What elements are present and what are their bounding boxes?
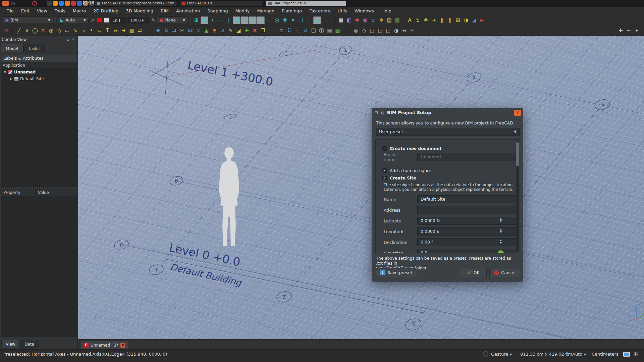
snap-working-plane-icon[interactable]: ╱	[241, 16, 249, 24]
view-fit-icon[interactable]: ◎	[352, 27, 360, 35]
draft-facebinder-icon[interactable]: ▱	[96, 27, 103, 35]
snap-extension-icon[interactable]: ⊿	[249, 16, 257, 24]
draft-subelement-icon[interactable]: ◪	[235, 27, 243, 35]
spinner-arrows-icon[interactable]: ▲▼	[119, 18, 120, 22]
level1-label[interactable]: Level 1 +300.0	[186, 58, 274, 89]
snap-intersection-icon[interactable]: ∴	[265, 16, 273, 24]
create-site-checkbox[interactable]: ✔	[382, 176, 387, 180]
freecad-launcher-icon[interactable]	[71, 1, 76, 6]
toolbar-overflow-icon[interactable]: ▾	[633, 27, 641, 35]
tab-view[interactable]: View	[1, 340, 19, 348]
add-human-row[interactable]: ✔ Add a human figure	[382, 168, 431, 173]
view-measure-icon[interactable]: ↔	[400, 27, 408, 35]
blender-launcher-icon[interactable]	[65, 1, 70, 6]
address-input[interactable]	[417, 206, 518, 214]
tab-tasks[interactable]: Tasks	[23, 44, 45, 52]
menu-item-10[interactable]: Modify	[231, 8, 253, 13]
browser-launcher-icon[interactable]	[59, 1, 64, 6]
snap-grid-icon[interactable]: ⊞	[193, 16, 200, 24]
column-property[interactable]: Property	[1, 189, 36, 196]
3d-scene[interactable]: Level 1 +300.0 Level 0 +0.0 Default Buil…	[78, 36, 644, 339]
grid-bubble-3-top[interactable]: 3	[594, 98, 611, 112]
collapse-arrow-icon[interactable]: ▶	[9, 77, 13, 81]
snap-midpoint-icon[interactable]: ⋯	[217, 16, 224, 24]
dialog-scroll-area[interactable]: Create new document Project name Unnamed…	[375, 139, 520, 253]
snap-ortho-icon[interactable]: ∟	[305, 16, 313, 24]
menu-item-7[interactable]: BIM	[157, 8, 172, 13]
snap-parallel-icon[interactable]: ∥	[225, 16, 232, 24]
taskbar-window-freecad[interactable]: FreeCAD 0.18	[179, 1, 263, 6]
grid-bubble-2-bottom[interactable]: 2	[275, 290, 293, 304]
scrollbar-thumb[interactable]	[516, 142, 519, 166]
snap-special-icon[interactable]: ✕	[289, 16, 297, 24]
menu-item-2[interactable]: View	[33, 8, 51, 13]
view-section-icon[interactable]: ◑	[392, 27, 400, 35]
draft-delpoint-icon[interactable]: ✖	[251, 27, 259, 35]
draft-mirror-icon[interactable]: ⇄	[136, 27, 144, 35]
name-input[interactable]: Default Site	[417, 195, 518, 203]
menu-item-15[interactable]: Windows	[351, 8, 378, 13]
longitude-input[interactable]: 0.0000 E	[417, 227, 518, 236]
bim-report-icon[interactable]: ▥	[393, 16, 401, 24]
close-panel-icon[interactable]: ✕	[71, 37, 75, 42]
draft-rotate-icon[interactable]: ↻	[162, 27, 170, 35]
autogroup-selector[interactable]: ● None ▼	[157, 16, 188, 24]
dialog-titlebar[interactable]: ⌂ BIM Project Setup ✕	[372, 108, 523, 117]
draft-polygon-icon[interactable]: ◇	[55, 27, 63, 35]
view-axonometric-icon[interactable]: ◇	[360, 27, 368, 35]
draft-clone-icon[interactable]: ❐	[259, 27, 267, 35]
darktable-launcher-icon[interactable]	[77, 1, 82, 6]
grid-bubble-b[interactable]: B	[169, 175, 184, 187]
files-launcher-icon[interactable]	[53, 1, 58, 6]
3d-viewport[interactable]: Level 1 +300.0 Level 0 +0.0 Default Buil…	[78, 36, 644, 349]
menu-item-11[interactable]: Manage	[253, 8, 278, 13]
latitude-input[interactable]: 0.0000 N	[417, 217, 518, 225]
grid-toggle-icon[interactable]: ⊞	[633, 351, 638, 357]
column-value[interactable]: Value	[36, 189, 49, 196]
user-preset-dropdown[interactable]: User preset... ▼	[376, 128, 520, 136]
line-width-spinner[interactable]: 1p ▲▼	[111, 17, 126, 23]
menu-item-4[interactable]: Macro	[69, 8, 90, 13]
spinner-arrows-icon[interactable]: ▲▼	[500, 217, 502, 223]
bim-patharray-icon[interactable]: ⋱	[293, 27, 301, 35]
tab-data[interactable]: Data	[20, 340, 39, 348]
annotation-label-icon[interactable]: ➔	[430, 16, 438, 24]
menu-item-3[interactable]: Tools	[51, 8, 69, 13]
bim-sheet-icon[interactable]: ▧	[334, 27, 341, 35]
bim-group-icon[interactable]: ❏	[310, 27, 317, 35]
annotation-axis-icon[interactable]: ‖	[438, 16, 446, 24]
app-menu-icon[interactable]	[32, 1, 37, 6]
project-name-input[interactable]: Unnamed	[417, 153, 518, 161]
draft-point-icon[interactable]: •	[88, 27, 95, 35]
bim-people-icon[interactable]: ❖	[377, 16, 385, 24]
menu-item-12[interactable]: Flamingo	[278, 8, 306, 13]
draft-line-icon[interactable]: ╱	[15, 27, 23, 35]
taskbar-minimize-icon[interactable]	[11, 2, 15, 5]
draft-rectangle-icon[interactable]: ▭	[63, 27, 71, 35]
line-color-swatch[interactable]	[97, 18, 102, 23]
draft-split-icon[interactable]: ⋎	[195, 27, 202, 35]
spinner-arrows-icon[interactable]: ▲▼	[142, 18, 144, 22]
dialog-close-button[interactable]: ✕	[514, 110, 521, 116]
navigation-style-dropdown[interactable]: Gesture ▼	[491, 352, 512, 357]
create-new-document-checkbox[interactable]	[382, 146, 387, 151]
menu-item-5[interactable]: 2D Drafting	[90, 8, 122, 13]
snap-lock-icon[interactable]: ◉	[201, 16, 208, 24]
face-color-swatch[interactable]	[104, 18, 109, 23]
autogroup-icon[interactable]: ✎	[150, 17, 157, 23]
spinner-arrows-icon[interactable]: ▲▼	[500, 228, 502, 234]
draft-scale-icon[interactable]: ⊿	[219, 27, 226, 35]
draft-upgrade-icon[interactable]: ▲	[203, 27, 210, 35]
tab-model[interactable]: Model	[1, 44, 23, 52]
taskbar-close-button[interactable]: ✕	[2, 1, 9, 6]
menu-item-14[interactable]: Utils	[334, 8, 351, 13]
annotation-text-icon[interactable]: A	[406, 16, 414, 24]
view-front-icon[interactable]: ◱	[368, 27, 376, 35]
bim-probe-icon[interactable]: ⊙	[3, 27, 10, 35]
grid-bubble-edge[interactable]	[223, 113, 237, 120]
draft-arrow-icon[interactable]: ↗	[89, 17, 96, 23]
display-icon[interactable]	[623, 352, 630, 357]
toolbar-remove-icon[interactable]: ─	[625, 27, 633, 35]
units-dropdown[interactable]: Centimeters ▼	[592, 352, 625, 357]
bim-hand-icon[interactable]: ✱	[353, 16, 361, 24]
